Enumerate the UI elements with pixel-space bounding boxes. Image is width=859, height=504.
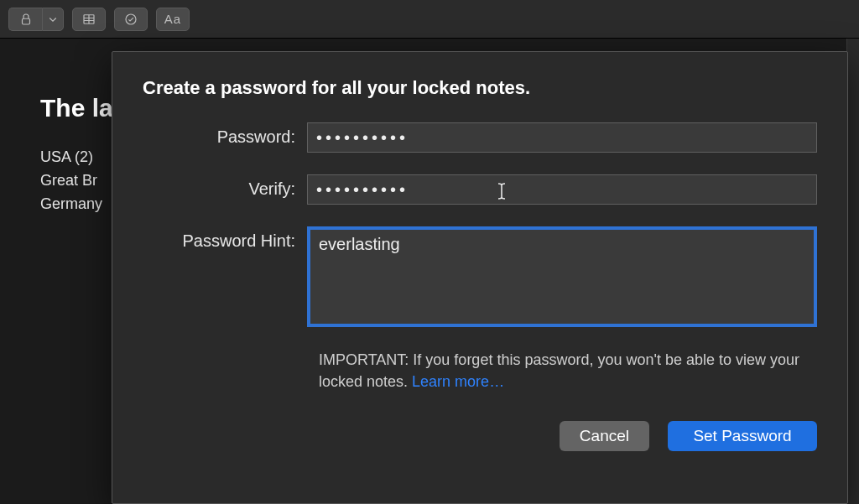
verify-field[interactable]	[307, 174, 817, 205]
note-line: Great Br	[40, 169, 113, 193]
verify-label: Verify:	[143, 174, 307, 199]
table-button[interactable]	[72, 8, 106, 31]
set-password-button[interactable]: Set Password	[668, 421, 817, 451]
lock-icon	[18, 12, 34, 27]
note-title: The la	[40, 94, 113, 122]
chevron-down-icon	[45, 12, 60, 27]
hint-label: Password Hint:	[143, 226, 307, 251]
lock-menu-button[interactable]	[42, 8, 64, 31]
note-line: Germany	[40, 193, 113, 216]
svg-point-2	[126, 14, 136, 24]
lock-button[interactable]	[8, 8, 42, 31]
table-icon	[81, 12, 96, 27]
password-dialog: Create a password for all your locked no…	[112, 51, 848, 504]
note-area: 26 The la USA (2) Great Br Germany Creat…	[0, 39, 859, 504]
lock-group	[8, 8, 64, 31]
svg-rect-0	[22, 18, 29, 24]
note-line: USA (2)	[40, 146, 113, 169]
password-label: Password:	[143, 122, 307, 147]
check-circle-icon	[123, 12, 138, 27]
format-button[interactable]: Aa	[156, 8, 190, 31]
scrollbar[interactable]	[846, 39, 859, 504]
important-notice: IMPORTANT: If you forget this password, …	[319, 349, 814, 392]
learn-more-link[interactable]: Learn more…	[412, 373, 504, 390]
format-text-icon: Aa	[164, 12, 181, 26]
toolbar: Aa	[0, 0, 859, 39]
important-text: IMPORTANT: If you forget this password, …	[319, 351, 799, 390]
checklist-button[interactable]	[114, 8, 148, 31]
cancel-button[interactable]: Cancel	[560, 421, 649, 451]
dialog-title: Create a password for all your locked no…	[143, 77, 817, 99]
hint-field[interactable]	[307, 226, 817, 327]
password-field[interactable]	[307, 122, 817, 153]
